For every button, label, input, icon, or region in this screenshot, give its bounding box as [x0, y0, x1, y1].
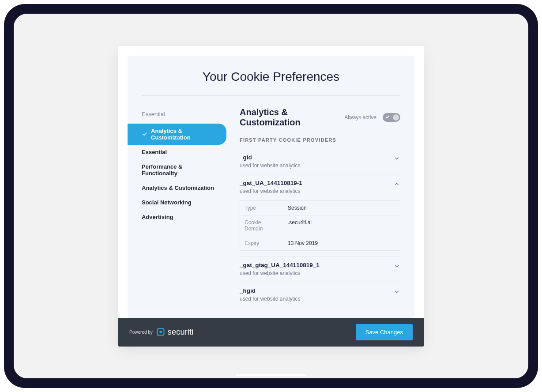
chevron-down-icon — [393, 288, 400, 295]
detail-value: .securiti.ai — [283, 215, 400, 236]
detail-row: Type Session — [240, 201, 400, 215]
detail-value: 13 Nov 2019 — [283, 236, 400, 250]
detail-row: Cookie Domain .securiti.ai — [240, 215, 400, 236]
save-changes-button[interactable]: Save Changes — [356, 324, 413, 340]
tablet-frame: Your Cookie Preferences Essential Analyt… — [4, 4, 538, 388]
sidebar-item-performance-functionality[interactable]: Performance & Functionality — [128, 159, 226, 181]
content-panel: Analytics & Customization Always active … — [226, 107, 400, 307]
cookie-desc: used for website analytics — [240, 188, 393, 194]
content-heading: Analytics & Customization — [240, 107, 338, 128]
check-icon — [142, 131, 147, 137]
cookie-name: _hgid — [240, 287, 393, 294]
sidebar-top-label: Essential — [128, 107, 226, 124]
cookie-desc: used for website analytics — [240, 296, 393, 302]
chevron-down-icon — [393, 155, 400, 162]
detail-key: Type — [240, 201, 283, 215]
sidebar-item-advertising[interactable]: Advertising — [128, 210, 226, 224]
sidebar-item-social-networking[interactable]: Social Networking — [128, 195, 226, 210]
cookie-row: _gid used for website analytics — [240, 149, 400, 174]
modal-footer: Powered by securiti Save Changes — [118, 318, 424, 347]
cookie-row: _gat_UA_144110819-1 used for website ana… — [240, 174, 400, 256]
cookie-row: _gat_gtag_UA_144110819_1 used for websit… — [240, 256, 400, 282]
sidebar-item-label: Social Networking — [142, 199, 192, 206]
securiti-logo-icon — [156, 328, 165, 336]
cookie-desc: used for website analytics — [240, 162, 393, 169]
powered-by-label: Powered by — [129, 330, 153, 335]
cookie-toggle[interactable]: _hgid used for website analytics — [240, 287, 400, 302]
svg-point-1 — [159, 331, 162, 333]
tablet-screen: Your Cookie Preferences Essential Analyt… — [14, 14, 528, 378]
sidebar-item-analytics-customization-2[interactable]: Analytics & Customization — [128, 181, 226, 195]
detail-row: Expiry 13 Nov 2019 — [240, 236, 400, 251]
always-active-label: Always active — [344, 114, 376, 121]
chevron-up-icon — [393, 181, 400, 188]
cookie-row: _hgid used for website analytics — [240, 282, 400, 307]
sidebar-item-label: Analytics & Customization — [142, 185, 214, 191]
cookie-name: _gat_UA_144110819-1 — [240, 180, 393, 186]
brand-logo[interactable]: securiti — [156, 328, 194, 337]
cookie-detail-table: Type Session Cookie Domain .securiti.ai … — [240, 200, 400, 251]
detail-value: Session — [283, 201, 400, 215]
cookie-toggle[interactable]: _gat_UA_144110819-1 used for website ana… — [240, 180, 400, 194]
category-sidebar: Essential Analytics & Customization Esse… — [128, 107, 226, 307]
detail-key: Cookie Domain — [240, 215, 283, 236]
toggle-check-icon — [385, 115, 390, 120]
cookie-toggle[interactable]: _gat_gtag_UA_144110819_1 used for websit… — [240, 262, 400, 276]
sidebar-item-label: Performance & Functionality — [142, 163, 218, 177]
detail-key: Expiry — [240, 236, 283, 250]
content-header: Analytics & Customization Always active — [240, 107, 400, 128]
modal-title: Your Cookie Preferences — [142, 70, 400, 96]
modal-body: Your Cookie Preferences Essential Analyt… — [128, 56, 414, 318]
powered-by: Powered by securiti — [129, 328, 193, 337]
brand-name: securiti — [168, 328, 194, 337]
home-indicator[interactable] — [236, 374, 306, 376]
provider-section-label: FIRST PARTY COOKIE PROVIDERS — [240, 137, 400, 143]
modal-grid: Essential Analytics & Customization Esse… — [128, 107, 400, 307]
sidebar-item-essential[interactable]: Essential — [128, 145, 226, 159]
sidebar-item-label: Essential — [142, 149, 167, 155]
chevron-down-icon — [393, 263, 400, 270]
always-active-toggle[interactable] — [383, 113, 400, 122]
cookie-desc: used for website analytics — [240, 270, 393, 276]
cookie-preferences-modal: Your Cookie Preferences Essential Analyt… — [118, 46, 424, 347]
sidebar-item-analytics-customization[interactable]: Analytics & Customization — [128, 124, 226, 145]
sidebar-item-label: Analytics & Customization — [151, 128, 218, 141]
cookie-name: _gat_gtag_UA_144110819_1 — [240, 262, 393, 268]
cookie-toggle[interactable]: _gid used for website analytics — [240, 154, 400, 169]
cookie-name: _gid — [240, 154, 393, 161]
sidebar-item-label: Advertising — [142, 214, 173, 220]
toggle-knob — [393, 114, 399, 121]
